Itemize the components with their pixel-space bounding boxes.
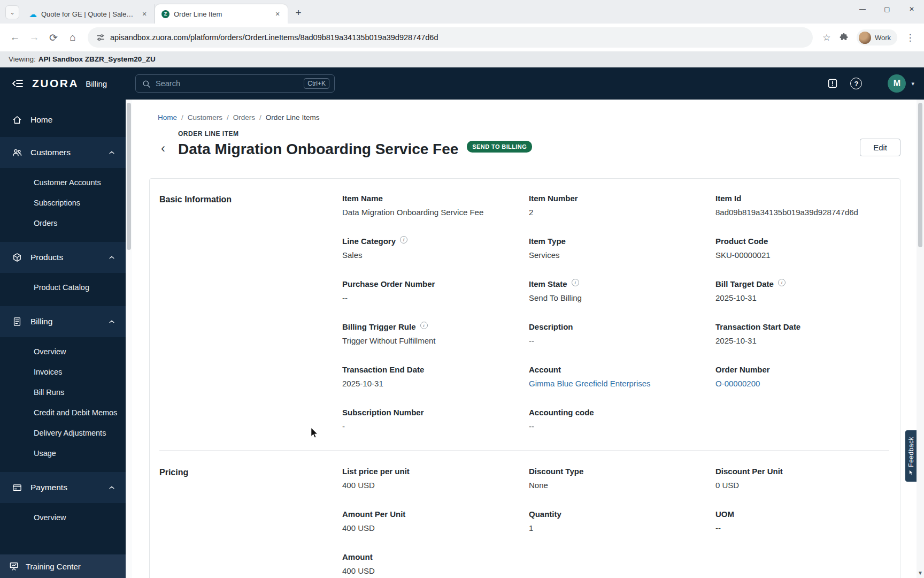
field-label: Item Id xyxy=(715,194,889,203)
field-value: 2025-10-31 xyxy=(715,293,889,302)
zuora-favicon: Z xyxy=(161,10,170,18)
breadcrumb-customers[interactable]: Customers xyxy=(188,113,222,121)
field-label: Order Number xyxy=(715,365,889,374)
url-text: apisandbox.zuora.com/platform/orders/Ord… xyxy=(110,33,438,42)
page-scrollbar[interactable]: ▼ xyxy=(917,100,924,578)
maximize-icon[interactable]: ▢ xyxy=(875,0,899,18)
back-icon[interactable]: ← xyxy=(5,28,25,47)
profile-name: Work xyxy=(875,34,891,42)
browser-menu-icon[interactable]: ⋮ xyxy=(902,29,919,46)
reload-icon[interactable]: ⟳ xyxy=(44,28,63,47)
sidebar-item-overview[interactable]: Overview xyxy=(0,341,126,362)
field-label-text: Order Number xyxy=(715,365,770,374)
minimize-icon[interactable]: — xyxy=(850,0,875,18)
field-label-text: Item State xyxy=(529,279,567,288)
back-chevron-icon[interactable]: ‹ xyxy=(161,142,165,155)
sidebar-item-overview[interactable]: Overview xyxy=(0,507,126,528)
close-tab-icon[interactable]: ✕ xyxy=(273,9,282,19)
field-value: -- xyxy=(529,422,703,431)
sidebar-item-bill-runs[interactable]: Bill Runs xyxy=(0,382,126,402)
field-label: Item Type xyxy=(529,237,703,246)
field-value: 0 USD xyxy=(715,481,889,490)
page-scrollbar-thumb[interactable] xyxy=(918,103,922,247)
edit-button[interactable]: Edit xyxy=(860,139,900,156)
sidebar-scrollbar-thumb[interactable] xyxy=(127,103,131,250)
browser-profile-chip[interactable]: Work xyxy=(857,29,897,45)
field-value: 2 xyxy=(529,208,703,217)
status-badge: SEND TO BILLING xyxy=(467,141,532,153)
info-icon[interactable]: i xyxy=(400,236,407,244)
browser-tab-salesforce[interactable]: ☁ Quote for GE | Quote | Salesfor ✕ xyxy=(22,4,155,24)
customers-icon xyxy=(12,147,22,158)
training-center-button[interactable]: Training Center xyxy=(0,554,126,578)
announcements-icon[interactable] xyxy=(827,78,838,89)
sidebar-item-product-catalog[interactable]: Product Catalog xyxy=(0,277,126,298)
browser-tab-order-line-item[interactable]: Z Order Line Item ✕ xyxy=(155,4,288,24)
sidebar-item-billing[interactable]: Billing xyxy=(0,306,126,337)
sidebar-item-credit-and-debit-memos[interactable]: Credit and Debit Memos xyxy=(0,402,126,423)
sidebar-collapse-icon[interactable] xyxy=(10,75,26,92)
breadcrumb-separator: / xyxy=(181,113,183,121)
sidebar-item-home[interactable]: Home xyxy=(0,105,126,135)
field-value-link[interactable]: Gimma Blue Greefield Enterprises xyxy=(529,379,703,388)
search-input[interactable] xyxy=(156,79,299,88)
sidebar-item-subscriptions[interactable]: Subscriptions xyxy=(0,193,126,213)
avatar[interactable]: M xyxy=(888,74,906,93)
info-icon[interactable]: i xyxy=(572,279,579,286)
field-value: Trigger Without Fulfillment xyxy=(342,336,516,345)
main-content: Home/Customers/Orders/Order Line Items ‹… xyxy=(132,100,924,578)
sidebar-item-usage[interactable]: Usage xyxy=(0,443,126,463)
sidebar-item-payments[interactable]: Payments xyxy=(0,472,126,503)
close-window-icon[interactable]: ✕ xyxy=(899,0,924,18)
field-value: SKU-00000021 xyxy=(715,250,889,260)
field-item-state: Item StateiSend To Billing xyxy=(529,279,703,302)
mouse-cursor xyxy=(310,427,320,439)
sidebar-item-customer-accounts[interactable]: Customer Accounts xyxy=(0,172,126,193)
sidebar-item-customers[interactable]: Customers xyxy=(0,137,126,168)
user-menu[interactable]: M ▾ xyxy=(888,74,914,93)
new-tab-button[interactable]: + xyxy=(291,5,306,20)
chevron-down-icon: ▾ xyxy=(911,80,914,87)
field-label-text: Item Name xyxy=(342,194,383,203)
breadcrumb-home[interactable]: Home xyxy=(158,113,177,121)
info-icon[interactable]: i xyxy=(778,279,786,286)
tab-search-button[interactable]: ⌄ xyxy=(5,5,19,19)
field-label: Amount Per Unit xyxy=(342,509,516,519)
info-icon[interactable]: i xyxy=(420,322,428,329)
help-icon[interactable]: ? xyxy=(850,78,862,89)
url-field[interactable]: apisandbox.zuora.com/platform/orders/Ord… xyxy=(88,27,813,48)
field-label-text: Line Category xyxy=(342,237,396,246)
sidebar-item-products[interactable]: Products xyxy=(0,242,126,273)
sidebar-item-orders[interactable]: Orders xyxy=(0,213,126,233)
field-label: Item Statei xyxy=(529,279,703,288)
sidebar-item-delivery-adjustments[interactable]: Delivery Adjustments xyxy=(0,423,126,443)
extensions-puzzle-icon[interactable] xyxy=(835,29,852,46)
field-label-text: Discount Per Unit xyxy=(715,467,783,476)
breadcrumb-orders[interactable]: Orders xyxy=(233,113,255,121)
browser-address-bar: ← → ⟳ ⌂ apisandbox.zuora.com/platform/or… xyxy=(0,24,924,51)
sidebar: Home Customers Customer AccountsSubscrip… xyxy=(0,100,126,578)
field-label: Purchase Order Number xyxy=(342,279,516,288)
field-value: Data Migration Onboarding Service Fee xyxy=(342,208,516,217)
field-value-link[interactable]: O-00000200 xyxy=(715,379,889,388)
bookmark-star-icon[interactable]: ☆ xyxy=(818,29,835,46)
feedback-button[interactable]: Feedback xyxy=(905,430,917,482)
sidebar-scrollbar[interactable] xyxy=(126,100,132,578)
site-settings-icon[interactable] xyxy=(96,33,105,42)
feedback-label: Feedback xyxy=(907,437,915,467)
field-value: 1 xyxy=(529,523,703,533)
forward-icon[interactable]: → xyxy=(25,28,44,47)
field-amount: Amount400 USD xyxy=(342,552,516,575)
close-tab-icon[interactable]: ✕ xyxy=(140,9,149,19)
product-name: Billing xyxy=(86,79,107,88)
global-search[interactable]: Ctrl+K xyxy=(135,74,335,93)
training-center-icon xyxy=(9,561,19,572)
field-item-number: Item Number2 xyxy=(529,194,703,217)
sidebar-item-invoices[interactable]: Invoices xyxy=(0,362,126,382)
field-item-type: Item TypeServices xyxy=(529,237,703,260)
field-label-text: Product Code xyxy=(715,237,768,246)
home-icon[interactable]: ⌂ xyxy=(63,28,82,47)
scroll-down-icon[interactable]: ▼ xyxy=(917,568,924,577)
section-heading: Pricing xyxy=(159,467,342,575)
training-center-label: Training Center xyxy=(26,562,81,571)
